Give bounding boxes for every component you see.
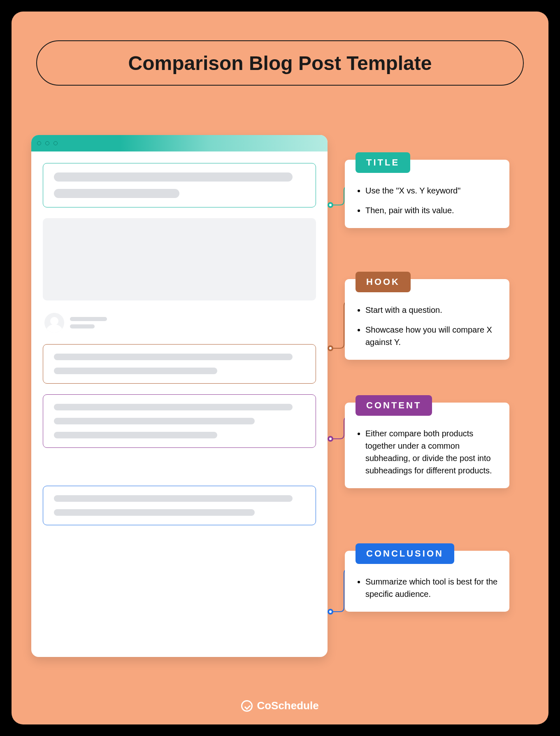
callout-content: Either compare both products together un… xyxy=(345,403,509,488)
callout-hook: Start with a question. Showcase how you … xyxy=(345,279,509,360)
window-dot-icon xyxy=(53,141,58,145)
browser-title-bar xyxy=(31,135,328,151)
placeholder-bar xyxy=(54,189,179,198)
page-title-pill: Comparison Blog Post Template xyxy=(36,40,524,86)
placeholder-bar xyxy=(54,404,293,410)
hero-image-placeholder xyxy=(43,218,316,300)
brand-logo-icon xyxy=(241,700,253,712)
callout-bullet: Use the "X vs. Y keyword" xyxy=(365,184,499,197)
connector-node-icon xyxy=(328,202,333,208)
callout-bullet: Either compare both products together un… xyxy=(365,427,499,477)
content-block xyxy=(43,394,316,448)
avatar-icon xyxy=(44,313,64,333)
placeholder-bar xyxy=(70,324,95,328)
mock-browser xyxy=(31,135,328,657)
page-title: Comparison Blog Post Template xyxy=(128,52,432,75)
connector-node-icon xyxy=(328,436,333,442)
placeholder-bar xyxy=(54,495,293,502)
callout-bullet: Summarize which tool is best for the spe… xyxy=(365,575,499,600)
connector-node-icon xyxy=(328,609,333,615)
placeholder-bar xyxy=(54,509,255,516)
callout-bullet: Showcase how you will compare X against … xyxy=(365,324,499,348)
callout-title: Use the "X vs. Y keyword" Then, pair wit… xyxy=(345,160,509,228)
brand-name: CoSchedule xyxy=(257,699,318,712)
window-dot-icon xyxy=(45,141,49,145)
conclusion-block xyxy=(43,486,316,525)
callout-tag: CONTENT xyxy=(356,395,432,416)
placeholder-bar xyxy=(54,432,217,438)
placeholder-bar xyxy=(54,354,293,360)
title-block xyxy=(43,163,316,207)
author-block xyxy=(43,311,316,333)
infographic-canvas: Comparison Blog Post Template xyxy=(12,12,548,724)
placeholder-bar xyxy=(54,368,217,374)
spacer xyxy=(43,459,316,475)
browser-body xyxy=(31,151,328,537)
callout-tag: TITLE xyxy=(356,152,410,173)
placeholder-bar xyxy=(70,317,107,321)
brand-footer: CoSchedule xyxy=(12,699,548,712)
window-dot-icon xyxy=(37,141,41,145)
callout-tag: CONCLUSION xyxy=(356,543,454,564)
hook-block xyxy=(43,344,316,384)
callout-conclusion: Summarize which tool is best for the spe… xyxy=(345,551,509,612)
callout-bullet: Start with a question. xyxy=(365,304,499,316)
placeholder-bar xyxy=(54,418,255,424)
placeholder-bar xyxy=(54,172,293,182)
connector-node-icon xyxy=(328,345,333,351)
callout-bullet: Then, pair with its value. xyxy=(365,204,499,217)
callout-tag: HOOK xyxy=(356,272,411,292)
